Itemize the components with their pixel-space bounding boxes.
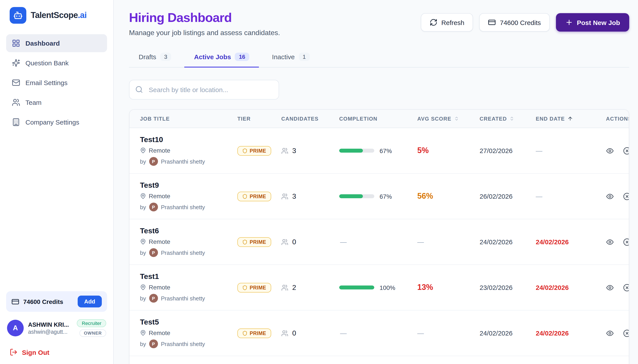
mail-icon [12, 78, 20, 87]
credits-label: 74600 Credits [500, 19, 541, 26]
job-title[interactable]: Test6 [140, 227, 237, 236]
candidates-count: 0 [292, 329, 296, 337]
column-job-title: JOB TITLE [140, 116, 237, 122]
completion-percent: 100% [380, 284, 395, 291]
eye-icon [606, 329, 614, 337]
tier-badge: PRIME [237, 237, 271, 247]
job-title[interactable]: Test10 [140, 136, 237, 144]
brand-name: TalentScope.ai [31, 10, 87, 20]
close-job-button[interactable] [623, 147, 629, 154]
shield-icon [242, 239, 248, 244]
owner-avatar: P [149, 340, 158, 348]
user-profile[interactable]: A ASHWIN KRI... ashwin@agutt... Recruite… [6, 319, 107, 337]
tier-badge: PRIME [237, 192, 271, 201]
owner-avatar: P [149, 157, 158, 166]
tab-count-badge: 16 [235, 53, 249, 61]
users-icon [281, 330, 288, 336]
avg-score-cell: 56% [417, 192, 480, 201]
tier-badge: PRIME [237, 328, 271, 338]
end-date: 24/02/2026 [536, 329, 569, 336]
title-block: Hiring Dashboard Manage your job listing… [129, 10, 280, 37]
completion-bar [339, 149, 374, 152]
refresh-button[interactable]: Refresh [421, 13, 473, 32]
job-cell: Test1 Remote byPPrashanthi shetty [140, 272, 237, 302]
completion-percent: 67% [380, 193, 392, 200]
close-job-button[interactable] [623, 284, 629, 292]
sign-out-button[interactable]: Sign Out [6, 346, 53, 358]
view-button[interactable] [606, 192, 614, 200]
credits-button[interactable]: 74600 Credits [479, 13, 549, 32]
tier-cell: PRIME [237, 328, 281, 338]
job-title[interactable]: Test5 [140, 318, 237, 327]
sidebar-item-label: Email Settings [26, 79, 68, 86]
sidebar: TalentScope.ai Dashboard Question Bank E… [0, 0, 114, 364]
tab-inactive[interactable]: Inactive 1 [262, 48, 319, 68]
circle-x-icon [623, 329, 629, 337]
tab-active-jobs[interactable]: Active Jobs 16 [185, 48, 259, 68]
sign-out-label: Sign Out [22, 348, 49, 356]
tab-label: Inactive [272, 53, 295, 60]
post-new-job-button[interactable]: Post New Job [556, 13, 629, 32]
avg-score: — [417, 329, 424, 336]
actions-cell [606, 147, 629, 154]
column-end-date[interactable]: END DATE [536, 116, 606, 122]
tab-bar: Drafts 3 Active Jobs 16 Inactive 1 [129, 48, 629, 68]
column-avg-score[interactable]: AVG SCORE [417, 116, 480, 122]
sidebar-item-team[interactable]: Team [6, 94, 107, 112]
completion-cell: — [339, 238, 417, 246]
sidebar-item-question-bank[interactable]: Question Bank [6, 54, 107, 72]
completion-cell: 67% [339, 193, 417, 200]
job-title[interactable]: Test1 [140, 272, 237, 281]
eye-icon [606, 238, 614, 246]
sidebar-item-company-settings[interactable]: Company Settings [6, 113, 107, 131]
search-box [129, 80, 279, 100]
candidates-count: 0 [292, 238, 296, 246]
sort-icon [509, 116, 514, 121]
sidebar-item-email-settings[interactable]: Email Settings [6, 74, 107, 92]
column-tier: TIER [237, 116, 281, 122]
tier-cell: PRIME [237, 192, 281, 201]
column-label: END DATE [536, 116, 565, 122]
shield-icon [242, 285, 248, 290]
by-label: by [140, 249, 146, 256]
tier-cell: PRIME [237, 146, 281, 156]
sidebar-item-dashboard[interactable]: Dashboard [6, 34, 107, 52]
table-row: Test6 Remote byPPrashanthi shetty PRIME … [130, 219, 629, 265]
tab-drafts[interactable]: Drafts 3 [129, 48, 181, 68]
created-cell: 23/02/2026 [480, 284, 536, 292]
column-created[interactable]: CREATED [480, 116, 536, 122]
view-button[interactable] [606, 329, 614, 337]
users-icon [281, 284, 288, 291]
users-icon [281, 193, 288, 200]
add-credits-button[interactable]: Add [78, 296, 102, 308]
tier-badge: PRIME [237, 146, 271, 156]
plus-icon [565, 18, 573, 26]
created-cell: 24/02/2026 [480, 329, 536, 337]
sidebar-item-label: Company Settings [26, 118, 79, 126]
close-job-button[interactable] [623, 238, 629, 246]
column-candidates: CANDIDATES [281, 116, 339, 122]
completion-bar [339, 286, 374, 290]
job-location: Remote [149, 329, 170, 336]
view-button[interactable] [606, 238, 614, 246]
candidates-cell: 2 [281, 284, 339, 292]
owner-avatar: P [149, 202, 158, 212]
page-subtitle: Manage your job listings and assess cand… [129, 29, 280, 37]
close-job-button[interactable] [623, 329, 629, 337]
job-cell: Test6 Remote byPPrashanthi shetty [140, 227, 237, 257]
role-badge: Recruiter [77, 319, 106, 327]
circle-x-icon [623, 238, 629, 246]
eye-icon [606, 192, 614, 200]
view-button[interactable] [606, 284, 614, 292]
close-job-button[interactable] [623, 192, 629, 200]
by-label: by [140, 340, 146, 347]
created-cell: 26/02/2026 [480, 192, 536, 200]
view-button[interactable] [606, 147, 614, 154]
job-title[interactable]: Test9 [140, 181, 237, 190]
search-input[interactable] [129, 80, 279, 100]
sidebar-item-label: Question Bank [26, 59, 69, 67]
by-label: by [140, 158, 146, 165]
owner-avatar: P [149, 294, 158, 302]
job-cell: Test9 Remote byPPrashanthi shetty [140, 181, 237, 212]
credits-card: 74600 Credits Add [6, 291, 107, 312]
